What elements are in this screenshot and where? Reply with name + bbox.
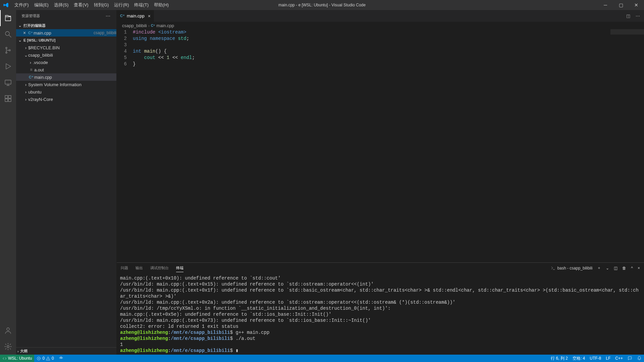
panel-tab[interactable]: 终端 bbox=[176, 264, 183, 272]
svg-point-12 bbox=[61, 358, 61, 359]
terminal-dropdown-icon[interactable]: ⌄ bbox=[606, 264, 609, 272]
file-name: v2rayN-Core bbox=[28, 97, 116, 102]
chevron-icon: › bbox=[23, 45, 28, 50]
outline-header[interactable]: › 大纲 bbox=[16, 347, 116, 355]
chevron-icon: ⌄ bbox=[23, 53, 28, 58]
status-feedback-icon[interactable] bbox=[625, 355, 635, 362]
sidebar-title: 资源管理器 bbox=[21, 13, 40, 18]
breadcrumb-file[interactable]: main.cpp bbox=[156, 23, 174, 28]
new-terminal-icon[interactable]: ＋ bbox=[597, 264, 601, 272]
window-minimize-icon[interactable]: ─ bbox=[598, 0, 613, 10]
chevron-icon: › bbox=[23, 89, 28, 95]
menu-item[interactable]: 运行(R) bbox=[111, 0, 131, 10]
panel-tab[interactable]: 问题 bbox=[121, 264, 128, 272]
activity-run-debug-icon[interactable] bbox=[0, 58, 16, 74]
status-bar: WSL: Ubuntu 0 0 行 6, 列 2 空格: 4 UTF-8 LF … bbox=[0, 355, 644, 362]
file-tree-item[interactable]: ›.vscode bbox=[16, 59, 116, 66]
open-editors-label: 打开的编辑器 bbox=[23, 23, 46, 28]
window-close-icon[interactable]: ✕ bbox=[629, 0, 644, 10]
remote-label: WSL: Ubuntu bbox=[8, 356, 32, 361]
file-tree-item[interactable]: ›$RECYCLE.BIN bbox=[16, 44, 116, 51]
terminal-selector[interactable]: bash - csapp_bilibili bbox=[551, 264, 593, 272]
menu-item[interactable]: 编辑(E) bbox=[32, 0, 51, 10]
panel-tab[interactable]: 调试控制台 bbox=[150, 264, 169, 272]
breadcrumb-folder[interactable]: csapp_bilibili bbox=[122, 23, 147, 28]
window-title: main.cpp - e [WSL: Ubuntu] - Visual Stud… bbox=[278, 3, 366, 7]
more-actions-icon[interactable]: ⋯ bbox=[636, 13, 640, 18]
status-language[interactable]: C++ bbox=[613, 355, 625, 362]
activity-explorer-icon[interactable] bbox=[0, 10, 16, 26]
svg-rect-6 bbox=[8, 96, 11, 98]
svg-rect-8 bbox=[8, 99, 11, 102]
editor-tabs: C⁺ main.cpp × ◫ ⋯ bbox=[117, 10, 644, 22]
tab-label: main.cpp bbox=[127, 13, 145, 18]
activity-extensions-icon[interactable] bbox=[0, 90, 16, 107]
cpp-file-icon: C⁺ bbox=[120, 14, 125, 18]
split-editor-icon[interactable]: ◫ bbox=[626, 13, 630, 18]
status-ports[interactable] bbox=[56, 355, 66, 362]
kill-terminal-icon[interactable]: 🗑 bbox=[622, 264, 626, 272]
file-tree-item[interactable]: ›System Volume Information bbox=[16, 81, 116, 88]
tab-close-icon[interactable]: × bbox=[148, 13, 151, 19]
error-count: 0 bbox=[42, 356, 45, 361]
code-editor[interactable]: 123456 #include <iostream>using namespac… bbox=[117, 29, 644, 262]
file-tree-item[interactable]: ⌄csapp_bilibili bbox=[16, 51, 116, 59]
chevron-down-icon: ⌄ bbox=[17, 38, 22, 43]
terminal-label: bash - csapp_bilibili bbox=[557, 266, 593, 270]
status-notifications-icon[interactable] bbox=[635, 355, 644, 362]
file-name: $RECYCLE.BIN bbox=[28, 45, 116, 50]
panel-tab[interactable]: 输出 bbox=[136, 264, 143, 272]
menu-item[interactable]: 文件(F) bbox=[12, 0, 32, 10]
status-problems[interactable]: 0 0 bbox=[34, 355, 56, 362]
close-panel-icon[interactable]: × bbox=[638, 264, 640, 272]
status-indentation[interactable]: 空格: 4 bbox=[570, 355, 587, 362]
menu-item[interactable]: 终端(T) bbox=[131, 0, 151, 10]
file-tree-item[interactable]: ›ubuntu bbox=[16, 88, 116, 96]
vscode-logo-icon bbox=[0, 2, 12, 8]
svg-point-10 bbox=[7, 346, 9, 348]
split-terminal-icon[interactable]: ◫ bbox=[614, 264, 618, 272]
file-name: main.cpp bbox=[34, 75, 116, 80]
status-cursor-position[interactable]: 行 6, 列 2 bbox=[548, 355, 570, 362]
activity-remote-explorer-icon[interactable] bbox=[0, 74, 16, 90]
file-tree-item[interactable]: C⁺main.cpp bbox=[16, 73, 116, 81]
activity-settings-icon[interactable] bbox=[0, 339, 16, 355]
file-name: csapp_bilibili bbox=[28, 53, 116, 58]
menu-item[interactable]: 帮助(H) bbox=[151, 0, 171, 10]
activity-search-icon[interactable] bbox=[0, 26, 16, 42]
chevron-icon: › bbox=[23, 82, 28, 87]
close-icon[interactable]: × bbox=[21, 30, 28, 36]
open-editors-header[interactable]: ⌄ 打开的编辑器 bbox=[16, 22, 116, 29]
file-tree-item[interactable]: ≡a.out bbox=[16, 66, 116, 73]
open-editor-item[interactable]: × C⁺ main.cpp csapp_bilibili bbox=[16, 29, 116, 37]
minimap[interactable] bbox=[610, 29, 644, 262]
file-name: ubuntu bbox=[28, 89, 116, 95]
svg-point-0 bbox=[5, 32, 9, 36]
maximize-panel-icon[interactable]: ^ bbox=[631, 264, 633, 272]
open-editor-name: main.cpp bbox=[34, 31, 92, 36]
file-icon: ≡ bbox=[28, 67, 34, 72]
outline-label: 大纲 bbox=[20, 349, 28, 354]
svg-point-9 bbox=[7, 328, 9, 330]
sidebar-more-icon[interactable]: ⋯ bbox=[106, 13, 111, 19]
menu-item[interactable]: 查看(V) bbox=[71, 0, 91, 10]
status-eol[interactable]: LF bbox=[603, 355, 613, 362]
svg-rect-4 bbox=[5, 80, 11, 84]
editor-tab[interactable]: C⁺ main.cpp × bbox=[117, 10, 154, 22]
terminal-output[interactable]: main.cpp:(.text+0x10): undefined referen… bbox=[117, 273, 644, 355]
status-encoding[interactable]: UTF-8 bbox=[587, 355, 603, 362]
window-maximize-icon[interactable]: ▢ bbox=[613, 0, 629, 10]
activity-account-icon[interactable] bbox=[0, 322, 16, 339]
sidebar-explorer: 资源管理器 ⋯ ⌄ 打开的编辑器 × C⁺ main.cpp csapp_bil… bbox=[16, 10, 117, 355]
activity-source-control-icon[interactable] bbox=[0, 42, 16, 58]
chevron-right-icon: › bbox=[148, 23, 150, 28]
file-tree-item[interactable]: ›v2rayN-Core bbox=[16, 96, 116, 103]
breadcrumb[interactable]: csapp_bilibili › C⁺ main.cpp bbox=[117, 22, 644, 29]
warning-count: 0 bbox=[52, 356, 54, 361]
menu-item[interactable]: 选择(S) bbox=[51, 0, 71, 10]
menu-bar: 文件(F)编辑(E)选择(S)查看(V)转到(G)运行(R)终端(T)帮助(H) bbox=[12, 0, 171, 10]
workspace-header[interactable]: ⌄ E [WSL: UBUNTU] bbox=[16, 37, 116, 44]
menu-item[interactable]: 转到(G) bbox=[91, 0, 112, 10]
remote-indicator[interactable]: WSL: Ubuntu bbox=[0, 355, 34, 362]
cpp-file-icon: C⁺ bbox=[28, 30, 34, 36]
